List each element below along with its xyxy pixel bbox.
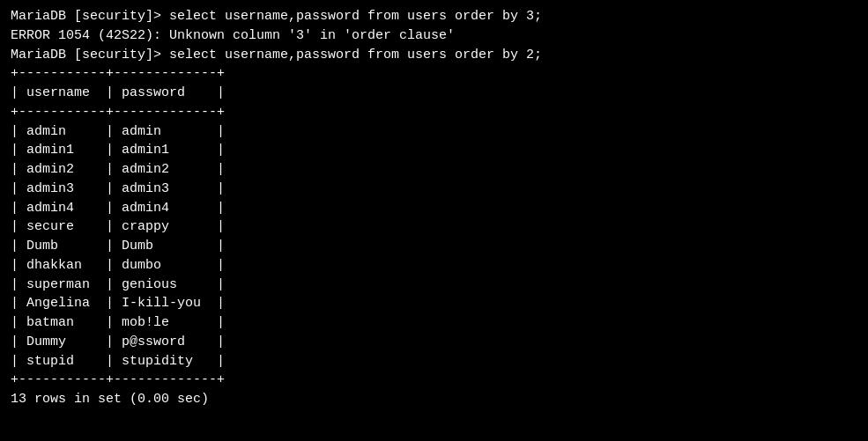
terminal-line-2: MariaDB [security]> select username,pass… — [11, 46, 857, 65]
terminal-line-6: | admin | admin | — [11, 122, 857, 142]
terminal-line-16: | batman | mob!le | — [11, 313, 857, 333]
terminal-line-17: | Dummy | p@ssword | — [11, 333, 857, 352]
terminal-line-3: +-----------+-------------+ — [11, 64, 857, 84]
terminal-line-10: | admin4 | admin4 | — [11, 199, 857, 218]
terminal-line-1: ERROR 1054 (42S22): Unknown column '3' i… — [11, 26, 857, 46]
terminal-line-13: | dhakkan | dumbo | — [11, 256, 857, 276]
terminal-line-8: | admin2 | admin2 | — [11, 160, 857, 180]
terminal-line-9: | admin3 | admin3 | — [11, 180, 857, 199]
terminal-line-4: | username | password | — [11, 84, 857, 103]
terminal-line-14: | superman | genious | — [11, 276, 857, 295]
terminal-line-18: | stupid | stupidity | — [11, 352, 857, 371]
terminal-line-0: MariaDB [security]> select username,pass… — [11, 7, 857, 26]
terminal-line-15: | Angelina | I-kill-you | — [11, 294, 857, 313]
terminal-line-7: | admin1 | admin1 | — [11, 141, 857, 160]
terminal-line-11: | secure | crappy | — [11, 217, 857, 237]
terminal-line-19: +-----------+-------------+ — [11, 371, 857, 390]
terminal-line-12: | Dumb | Dumb | — [11, 237, 857, 256]
terminal-line-5: +-----------+-------------+ — [11, 103, 857, 122]
terminal-line-20: 13 rows in set (0.00 sec) — [11, 390, 857, 409]
terminal-output: MariaDB [security]> select username,pass… — [11, 7, 857, 409]
